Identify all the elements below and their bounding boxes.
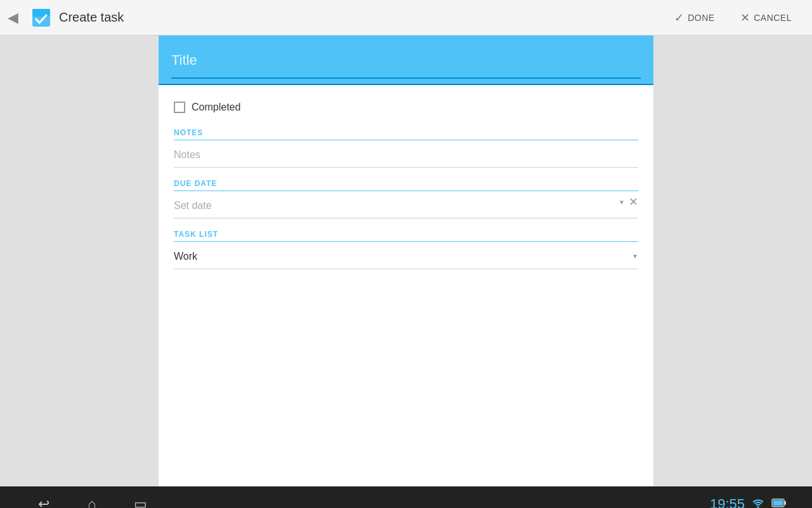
due-date-controls: ▼ ✕: [619, 195, 638, 209]
cancel-label: CANCEL: [754, 13, 792, 23]
done-label: DONE: [688, 13, 714, 23]
notes-underline: [174, 167, 638, 168]
top-bar: ◀ Create task ✓ DONE ✕ CANCEL: [0, 0, 812, 36]
app-icon: [30, 6, 53, 29]
clock-display: 19:55: [710, 496, 745, 508]
back-nav-icon: ↩: [38, 496, 49, 508]
recents-nav-button[interactable]: ▭: [121, 491, 160, 508]
task-list-row: ▼: [174, 243, 638, 269]
svg-rect-4: [784, 501, 786, 505]
completed-row: Completed: [174, 91, 638, 119]
title-section: [159, 36, 653, 85]
notes-divider: [174, 140, 638, 140]
status-bar-right: 19:55: [710, 496, 787, 508]
nav-buttons: ↩ ⌂ ▭: [25, 491, 160, 508]
task-list-divider: [174, 241, 638, 242]
home-nav-icon: ⌂: [88, 496, 96, 508]
completed-label: Completed: [192, 102, 240, 113]
date-clear-button[interactable]: ✕: [629, 195, 638, 209]
recents-nav-icon: ▭: [134, 496, 147, 508]
title-underline: [171, 77, 641, 79]
due-date-divider: [174, 190, 638, 191]
due-date-row: ▼ ✕: [174, 192, 638, 218]
completed-checkbox[interactable]: [174, 102, 185, 113]
due-date-underline: [174, 218, 638, 218]
done-icon: ✓: [674, 11, 684, 25]
due-date-input[interactable]: [174, 192, 638, 218]
cancel-icon: ✕: [740, 11, 750, 25]
due-date-section-label: DUE DATE: [174, 170, 638, 188]
dropdown-arrow-icon: ▼: [619, 199, 625, 206]
home-nav-button[interactable]: ⌂: [75, 491, 108, 508]
app-icon-area: ◀ Create task: [8, 6, 662, 29]
cancel-button[interactable]: ✕ CANCEL: [728, 6, 804, 30]
form-card: Completed NOTES DUE DATE ▼ ✕ TASK LIST: [159, 36, 653, 486]
top-actions: ✓ DONE ✕ CANCEL: [662, 6, 804, 30]
done-button[interactable]: ✓ DONE: [662, 6, 728, 30]
notes-section-label: NOTES: [174, 119, 638, 137]
wifi-icon: [751, 497, 765, 508]
page-title: Create task: [59, 10, 124, 25]
task-list-underline: [174, 269, 638, 269]
back-button[interactable]: ◀: [8, 7, 23, 29]
back-icon: ◀: [8, 10, 18, 26]
task-list-input[interactable]: [174, 243, 638, 269]
svg-rect-2: [32, 13, 50, 17]
title-input[interactable]: [171, 44, 641, 75]
task-list-section-label: TASK LIST: [174, 221, 638, 239]
task-list-dropdown-arrow-icon: ▼: [632, 253, 638, 260]
bottom-bar: ↩ ⌂ ▭ 19:55: [0, 486, 812, 508]
svg-rect-5: [773, 500, 783, 506]
battery-icon: [771, 498, 787, 508]
back-nav-button[interactable]: ↩: [25, 491, 62, 508]
form-body: Completed NOTES DUE DATE ▼ ✕ TASK LIST: [159, 85, 653, 284]
notes-input[interactable]: [174, 142, 638, 167]
main-content: Completed NOTES DUE DATE ▼ ✕ TASK LIST: [0, 36, 812, 486]
